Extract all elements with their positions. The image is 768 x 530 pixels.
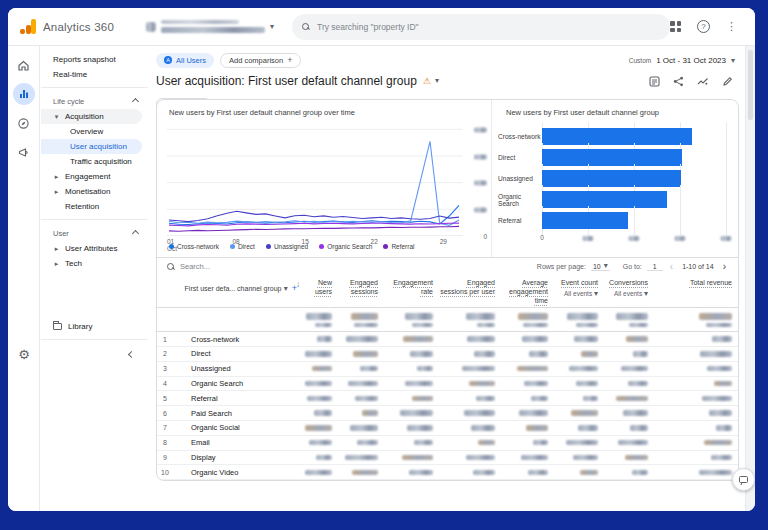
legend-label: Organic Search — [327, 243, 372, 250]
masked-value — [583, 396, 598, 402]
sidebar-item-real-time[interactable]: Real-time — [41, 67, 148, 82]
masked-value — [400, 410, 433, 416]
column-header-dimension[interactable]: First user defa... channel group ▾+ — [179, 275, 305, 307]
brand[interactable]: Analytics 360 — [20, 19, 138, 34]
masked-value — [305, 381, 332, 387]
chevron-down-icon[interactable]: ▾ — [435, 77, 439, 85]
column-header-event-count[interactable]: Event countAll events ▾ — [554, 275, 604, 307]
admin-gear-icon[interactable]: ⚙ — [8, 347, 40, 362]
row-value-masked — [439, 451, 501, 465]
series-referral — [169, 226, 459, 231]
rail-explore-button[interactable] — [13, 112, 35, 134]
nav-section-user[interactable]: User — [41, 225, 148, 241]
more-options-icon[interactable]: ⋮ — [726, 21, 737, 32]
row-value-masked — [554, 406, 604, 420]
analytics-app-window: Analytics 360 ▾ ? ⋮ — [8, 8, 755, 511]
masked-value — [471, 425, 495, 431]
help-icon[interactable]: ? — [697, 20, 710, 33]
table-row-organic-social: 7Organic Social — [157, 421, 738, 436]
row-value-masked — [501, 332, 554, 346]
row-value-masked — [604, 465, 654, 479]
collapse-nav-button[interactable] — [41, 345, 148, 363]
column-header-engagement-rate[interactable]: Engagement rate — [384, 275, 439, 307]
column-header-average-engagement-time[interactable]: Average engagement time — [501, 275, 554, 307]
rail-advertising-button[interactable] — [13, 141, 35, 163]
row-channel: Paid Search — [179, 406, 305, 420]
masked-value — [405, 381, 433, 387]
bar-category-label: Unassigned — [498, 175, 542, 182]
feedback-fab-button[interactable] — [732, 468, 755, 491]
bar — [542, 128, 692, 145]
row-value-masked — [654, 377, 738, 391]
global-search[interactable] — [292, 14, 670, 40]
next-page-icon[interactable]: › — [721, 261, 728, 272]
customize-report-icon[interactable] — [649, 76, 660, 87]
column-header-total-revenue[interactable]: Total revenue — [654, 275, 738, 307]
totals-cell-masked — [384, 308, 439, 331]
sidebar-item-monetisation[interactable]: ▸Monetisation — [41, 184, 148, 199]
sidebar-item-label: Reports snapshot — [53, 55, 116, 64]
chevron-left-icon — [128, 350, 135, 357]
sidebar-item-retention[interactable]: Retention — [41, 199, 148, 214]
share-icon[interactable] — [673, 76, 684, 87]
totals-cell-masked — [338, 308, 384, 331]
feedback-bubble-icon — [739, 476, 748, 483]
go-to-input[interactable]: 1 — [647, 263, 663, 271]
column-subfilter[interactable]: All events ▾ — [604, 290, 648, 298]
sidebar-item-overview[interactable]: Overview — [41, 124, 148, 139]
masked-value — [528, 470, 548, 476]
column-header-label: Engaged sessions per user — [440, 279, 495, 295]
add-comparison-button[interactable]: Add comparison + — [220, 53, 301, 68]
row-value-masked — [654, 391, 738, 405]
row-value-masked — [654, 406, 738, 420]
column-header-conversions[interactable]: ConversionsAll events ▾ — [604, 275, 654, 307]
masked-value — [628, 381, 648, 387]
property-selector[interactable]: ▾ — [146, 20, 274, 33]
row-value-masked — [604, 451, 654, 465]
masked-value — [533, 440, 548, 446]
chevron-up-icon — [132, 229, 139, 236]
masked-value — [623, 410, 648, 416]
column-subfilter[interactable]: All events ▾ — [554, 290, 598, 298]
search-icon — [302, 23, 309, 30]
search-input[interactable] — [317, 22, 660, 32]
sort-descending-icon: ↓ — [296, 280, 300, 290]
sidebar-item-user-acquisition[interactable]: User acquisition — [41, 139, 142, 154]
sidebar-item-engagement[interactable]: ▸Engagement — [41, 169, 148, 184]
row-value-masked — [654, 362, 738, 376]
rows-per-page-select[interactable]: 10▾ — [591, 262, 610, 271]
rail-home-button[interactable] — [13, 54, 35, 76]
sidebar-item-tech[interactable]: ▸Tech — [41, 256, 148, 271]
sidebar-item-library[interactable]: Library — [41, 318, 148, 334]
all-users-chip[interactable]: A All Users — [156, 53, 214, 68]
prev-page-icon[interactable]: ‹ — [668, 261, 675, 272]
table-search-input[interactable] — [180, 262, 330, 271]
sidebar-item-label: Tech — [65, 259, 82, 268]
scrollbar-thumb[interactable] — [748, 50, 753, 120]
legend-label: Direct — [238, 243, 255, 250]
column-header-engaged-sessions-per-user[interactable]: Engaged sessions per user — [439, 275, 501, 307]
row-value-masked — [384, 332, 439, 346]
apps-grid-icon[interactable] — [670, 21, 681, 32]
insights-icon[interactable] — [697, 76, 709, 87]
bar-category-label: Organic Search — [498, 193, 542, 207]
rail-reports-button[interactable] — [13, 83, 35, 105]
sidebar-item-acquisition[interactable]: ▾Acquisition — [41, 109, 142, 124]
edit-pencil-icon[interactable] — [722, 76, 733, 87]
warning-icon[interactable]: ⚠ — [423, 76, 431, 86]
column-header-new-users[interactable]: ↓New users — [305, 275, 338, 307]
date-range-selector[interactable]: Custom 1 Oct - 31 Oct 2023 ▾ — [629, 56, 737, 65]
masked-value — [721, 236, 732, 241]
nav-section-life-cycle[interactable]: Life cycle — [41, 93, 148, 109]
sidebar-item-traffic-acquisition[interactable]: Traffic acquisition — [41, 154, 148, 169]
vertical-scrollbar[interactable] — [745, 46, 755, 511]
column-header-engaged-sessions[interactable]: Engaged sessions — [338, 275, 384, 307]
row-value-masked — [384, 347, 439, 361]
sidebar-item-user-attributes[interactable]: ▸User Attributes — [41, 241, 148, 256]
row-value-masked — [384, 377, 439, 391]
masked-value — [629, 236, 640, 241]
row-value-masked — [604, 347, 654, 361]
row-value-masked — [604, 362, 654, 376]
sidebar-item-label: Engagement — [65, 172, 110, 181]
sidebar-item-reports-snapshot[interactable]: Reports snapshot — [41, 52, 148, 67]
